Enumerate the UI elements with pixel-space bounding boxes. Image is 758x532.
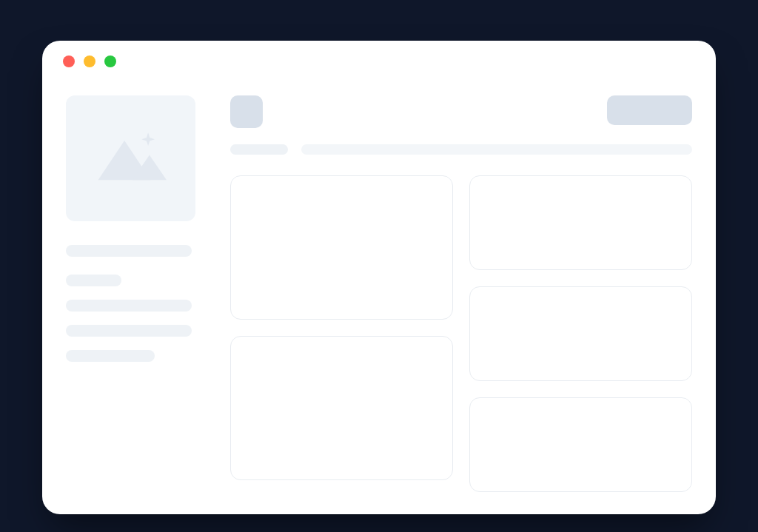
subheader-label — [230, 144, 288, 155]
main-content — [230, 82, 692, 514]
content-card[interactable] — [230, 336, 453, 480]
sidebar-item[interactable] — [66, 300, 192, 312]
subheader-content — [301, 144, 692, 155]
sidebar-nav — [66, 245, 207, 362]
titlebar — [42, 41, 716, 82]
maximize-button[interactable] — [104, 55, 116, 67]
app-window — [42, 41, 716, 514]
content-grid — [230, 175, 692, 492]
mountain-sparkle-icon — [90, 129, 172, 188]
content-card[interactable] — [469, 397, 692, 492]
sidebar-item[interactable] — [66, 350, 155, 362]
sidebar-item[interactable] — [66, 245, 192, 257]
right-column — [469, 175, 692, 492]
content-card[interactable] — [230, 175, 453, 320]
sidebar-item[interactable] — [66, 325, 192, 337]
content-area — [42, 82, 716, 514]
left-column — [230, 175, 453, 492]
minimize-button[interactable] — [84, 55, 95, 67]
header-row — [230, 95, 692, 128]
primary-action-button[interactable] — [607, 95, 692, 125]
sidebar-item[interactable] — [66, 275, 121, 286]
content-card[interactable] — [469, 286, 692, 381]
subheader-row — [230, 144, 692, 155]
header-icon-placeholder[interactable] — [230, 95, 263, 128]
sidebar — [66, 82, 207, 514]
image-placeholder — [66, 95, 195, 221]
content-card[interactable] — [469, 175, 692, 270]
close-button[interactable] — [63, 55, 75, 67]
